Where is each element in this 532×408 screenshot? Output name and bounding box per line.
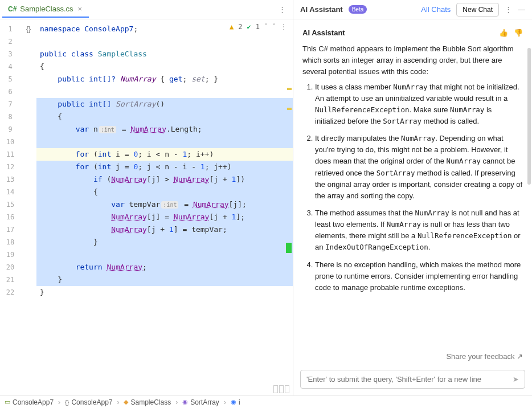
assistant-intro-text: This C# method appears to implement the … <box>302 43 523 77</box>
breadcrumb-namespace[interactable]: {} ConsoleApp7 <box>63 398 114 406</box>
code-line: } <box>36 236 293 248</box>
code-line <box>36 35 293 48</box>
code-line: } <box>36 274 293 286</box>
minimize-icon[interactable]: — <box>518 5 525 14</box>
assistant-message-title: AI Assistant <box>302 27 345 39</box>
variable-icon: ◉ <box>231 398 236 406</box>
thumbs-down-icon[interactable]: 👎 <box>514 27 523 39</box>
code-line: public int[]? NumArray { get; set; } <box>36 73 293 85</box>
all-chats-link[interactable]: All Chats <box>421 5 451 14</box>
scrollbar-markers[interactable] <box>286 19 293 395</box>
code-line: NumArray[j + 1] = tempVar; <box>36 223 293 236</box>
feedback-link[interactable]: Share your feedback ↗ <box>293 349 532 366</box>
method-icon: ◉ <box>182 398 188 406</box>
editor-tab-bar: C# SampleClass.cs × ⋮ <box>0 0 293 19</box>
gutter-fold-icons: {} <box>21 19 36 395</box>
code-line: { <box>36 60 293 73</box>
assistant-input-row: ➤ <box>293 366 532 395</box>
send-icon[interactable]: ➤ <box>513 375 519 383</box>
assistant-header: AI Assistant Beta All Chats New Chat ⋮ — <box>293 0 532 19</box>
scrollbar-thumb[interactable] <box>527 48 531 185</box>
assistant-input[interactable] <box>306 375 508 383</box>
code-line: } <box>36 286 293 299</box>
code-line <box>36 248 293 261</box>
type-hint-inlay: :int <box>161 201 178 209</box>
code-line: for (int i = 0; i < n - 1; i++) <box>36 148 293 161</box>
namespace-icon: {} <box>65 399 69 406</box>
breadcrumb-class[interactable]: ◆ SampleClass <box>121 398 173 406</box>
editor-body[interactable]: 1 2 3 4 5 6 7 8 9 10 11 12 13 14 15 16 1… <box>0 19 293 395</box>
overview-thumbnails[interactable] <box>273 385 289 393</box>
class-icon: ◆ <box>124 398 128 406</box>
code-line: public class SampleClass <box>36 48 293 60</box>
code-line: var tempVar:int = NumArray[j]; <box>36 198 293 211</box>
code-line: { <box>36 186 293 198</box>
new-chat-button[interactable]: New Chat <box>456 3 499 17</box>
code-line <box>36 85 293 98</box>
editor-pane: C# SampleClass.cs × ⋮ 1 2 3 4 5 6 7 8 9 … <box>0 0 293 395</box>
assistant-issue-list: It uses a class member NumArray that mig… <box>302 81 523 293</box>
code-line: for (int j = 0; j < n - i - 1; j++) <box>36 161 293 173</box>
breadcrumb-method[interactable]: ◉ SortArray <box>180 398 222 406</box>
list-item: It uses a class member NumArray that mig… <box>315 81 523 128</box>
assistant-input-box[interactable]: ➤ <box>300 370 525 389</box>
tab-sampleclass[interactable]: C# SampleClass.cs × <box>2 1 89 18</box>
list-item: The method assumes that the NumArray is … <box>315 207 523 254</box>
assistant-pane: AI Assistant Beta All Chats New Chat ⋮ —… <box>293 0 532 395</box>
assistant-header-title: AI Assistant <box>300 5 343 14</box>
csharp-file-icon: C# <box>8 5 17 13</box>
code-line: var n:int = NumArray.Length; <box>36 123 293 136</box>
breadcrumb-project[interactable]: ▭ ConsoleApp7 <box>2 398 56 406</box>
assistant-menu-icon[interactable]: ⋮ <box>505 5 512 14</box>
assistant-body[interactable]: AI Assistant 👍 👎 This C# method appears … <box>293 19 532 349</box>
close-icon[interactable]: × <box>77 5 84 13</box>
code-line: if (NumArray[j] > NumArray[j + 1]) <box>36 173 293 186</box>
tab-filename: SampleClass.cs <box>20 5 73 13</box>
thumbs-up-icon[interactable]: 👍 <box>499 27 508 39</box>
code-area[interactable]: ▲2 ✔1 ˄ ˅ ⋮ namespace ConsoleApp7; publi… <box>36 19 293 395</box>
code-line: namespace ConsoleApp7; <box>36 23 293 35</box>
code-line: { <box>36 111 293 123</box>
csproj-icon: ▭ <box>5 398 10 406</box>
code-line: public int[] SortArray() <box>36 98 293 111</box>
line-number-gutter: 1 2 3 4 5 6 7 8 9 10 11 12 13 14 15 16 1… <box>0 19 21 395</box>
type-hint-inlay: :int <box>99 126 116 133</box>
code-line: return NumArray; <box>36 261 293 274</box>
list-item: It directly manipulates the NumArray. De… <box>315 133 523 202</box>
code-line: NumArray[j] = NumArray[j + 1]; <box>36 211 293 223</box>
breadcrumb-variable[interactable]: ◉ i <box>228 398 243 406</box>
beta-badge: Beta <box>349 5 367 14</box>
tab-menu-icon[interactable]: ⋮ <box>274 5 290 14</box>
code-line <box>36 136 293 148</box>
list-item: There is no exception handling, which ma… <box>315 259 523 293</box>
breadcrumb: ▭ ConsoleApp7 › {} ConsoleApp7 › ◆ Sampl… <box>0 395 532 408</box>
code-structure-icon[interactable]: {} <box>26 25 31 33</box>
